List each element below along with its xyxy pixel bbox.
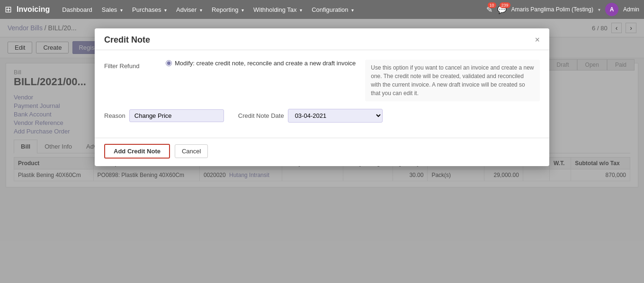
modal-title: Credit Note (104, 35, 150, 45)
nav-adviser[interactable]: Adviser ▾ (172, 4, 206, 15)
avatar[interactable]: A (605, 3, 618, 16)
credit-note-date-select[interactable]: 03-04-2021 (288, 109, 383, 123)
credit-note-date-field: Credit Note Date 03-04-2021 (238, 109, 383, 123)
nav-purchases[interactable]: Purchases ▾ (128, 4, 170, 15)
modal-body: Filter Refund Modify: create credit note… (95, 50, 549, 138)
reason-label: Reason (104, 112, 125, 119)
nav-dashboard[interactable]: Dashboard (58, 4, 96, 15)
modal-footer: Add Credit Note Cancel (95, 138, 549, 166)
reason-field: Reason (104, 109, 224, 122)
radio-group: Modify: create credit note, reconcile an… (166, 60, 356, 67)
nav-withholding-tax[interactable]: Withholding Tax ▾ (250, 4, 306, 15)
modal-close-button[interactable]: × (535, 35, 540, 45)
filter-refund-label: Filter Refund (104, 60, 156, 70)
admin-label: Admin (623, 6, 639, 13)
user-info[interactable]: Amaris Panglima Polim (Testing) (511, 6, 593, 13)
credit-note-modal: Credit Note × Filter Refund Modify: crea… (95, 28, 549, 166)
app-name: Invoicing (17, 5, 50, 14)
top-navigation: ⊞ Invoicing Dashboard Sales ▾ Purchases … (0, 0, 644, 19)
reason-input[interactable] (129, 109, 224, 122)
activity-icon-btn[interactable]: ✎ 10 (486, 5, 492, 14)
messages-icon-btn[interactable]: 💬 239 (497, 5, 507, 14)
form-fields-row: Reason Credit Note Date 03-04-2021 (104, 109, 540, 123)
nav-configuration[interactable]: Configuration ▾ (308, 4, 358, 15)
nav-reporting[interactable]: Reporting ▾ (208, 4, 248, 15)
app-grid-icon[interactable]: ⊞ (5, 4, 12, 15)
cancel-button[interactable]: Cancel (175, 144, 208, 158)
modal-header: Credit Note × (95, 28, 549, 50)
filter-refund-row: Filter Refund Modify: create credit note… (104, 60, 540, 101)
credit-note-date-label: Credit Note Date (238, 112, 284, 119)
help-text: Use this option if you want to cancel an… (365, 60, 540, 101)
add-credit-note-button[interactable]: Add Credit Note (104, 144, 170, 159)
radio-modify-input[interactable] (166, 60, 172, 66)
radio-modify-option[interactable]: Modify: create credit note, reconcile an… (166, 60, 356, 67)
nav-sales[interactable]: Sales ▾ (98, 4, 126, 15)
radio-modify-label: Modify: create credit note, reconcile an… (175, 60, 356, 67)
page-background: Vendor Bills / BILL/20... 6 / 80 ‹ › Edi… (0, 19, 644, 283)
modal-overlay: Credit Note × Filter Refund Modify: crea… (0, 19, 644, 283)
